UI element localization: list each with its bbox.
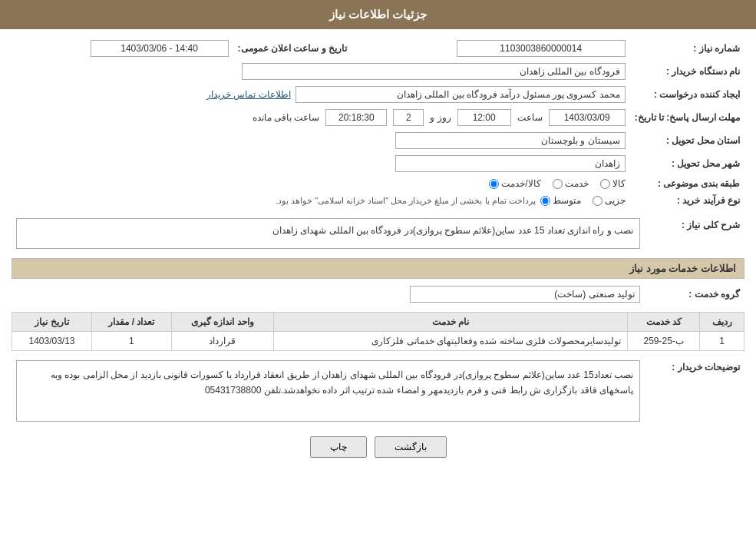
label-tarikh: تاریخ و ساعت اعلان عمومی: [233, 37, 362, 60]
label-sharhKoli: شرح کلی نیاز : [645, 215, 744, 252]
cell-name: تولیدسایرمحصولات فلزی ساخته شده وفعالیته… [274, 332, 628, 351]
th-tedad: تعداد / مقدار [92, 313, 172, 332]
th-vahed: واحد اندازه گیری [171, 313, 273, 332]
cell-code: ب-25-259 [628, 332, 700, 351]
th-radif: ردیف [700, 313, 744, 332]
label-shahr: شهر محل تحویل : [630, 152, 744, 175]
radio-kala-khadamat[interactable]: کالا/خدمت [489, 178, 540, 189]
label-groheKhadamat: گروه خدمت : [645, 283, 744, 306]
value-tabaghebandi: کالا خدمت کالا/خدمت [12, 175, 630, 192]
radio-motavasset[interactable]: متوسط [540, 195, 581, 206]
cell-radif: 1 [700, 332, 744, 351]
value-groheKhadamat: تولید صنعتی (ساخت) [12, 283, 645, 306]
label-ijadKonande: ایجاد کننده درخواست : [630, 83, 744, 106]
value-sharhKoli: نصب و راه اندازی تعداد 15 عدد ساین(علائم… [12, 215, 645, 252]
label-ostan: استان محل تحویل : [630, 129, 744, 152]
radio-jozee[interactable]: جزیی [593, 195, 626, 206]
services-table: ردیف کد خدمت نام خدمت واحد اندازه گیری ت… [12, 312, 744, 351]
cell-tarikh: 1403/03/13 [12, 332, 92, 351]
section-khadamat: اطلاعات خدمات مورد نیاز [12, 258, 744, 279]
label-tabaghebandi: طبقه بندی موضوعی : [630, 175, 744, 192]
page-header: جزئیات اطلاعات نیاز [0, 0, 756, 29]
value-shomareNiaz: 1103003860000014 [362, 37, 630, 60]
th-tarikh: تاریخ نیاز [12, 313, 92, 332]
cell-tedad: 1 [92, 332, 172, 351]
th-name: نام خدمت [274, 313, 628, 332]
button-row: بازگشت چاپ [12, 436, 744, 458]
label-noeFarayand: نوع فرآیند خرید : [630, 192, 744, 209]
contact-link[interactable]: اطلاعات تماس خریدار [206, 89, 291, 100]
value-ijadKonande: محمد کسروی پور مسئول درآمد فرودگاه بین ا… [12, 83, 630, 106]
value-tousehat: نصب تعداد15 عدد ساین(علائم سطوح پروازی)د… [12, 357, 645, 425]
value-ostan: سیستان و بلوچستان [12, 129, 630, 152]
label-shomareNiaz: شماره نیاز : [630, 37, 744, 60]
label-mohlat: مهلت ارسال پاسخ: تا تاریخ: [630, 106, 744, 129]
label-tousehat: توضیحات خریدار : [645, 357, 744, 425]
table-row: 1 ب-25-259 تولیدسایرمحصولات فلزی ساخته ش… [12, 332, 744, 351]
radio-kala[interactable]: کالا [600, 178, 626, 189]
label-namDastgah: نام دستگاه خریدار : [630, 60, 744, 83]
farayand-desc: پرداخت تمام یا بخشی از مبلغ خریداز محل "… [276, 196, 536, 206]
bazgasht-button[interactable]: بازگشت [375, 436, 447, 458]
value-namDastgah: فرودگاه بین المللی زاهدان [12, 60, 630, 83]
page-title: جزئیات اطلاعات نیاز [329, 8, 427, 21]
value-shahr: زاهدان [12, 152, 630, 175]
value-mohlat: 1403/03/09 ساعت 12:00 روز و 2 20:18:30 [12, 106, 630, 129]
value-tarikh: 1403/03/06 - 14:40 [12, 37, 233, 60]
radio-khadamat[interactable]: خدمت [553, 178, 589, 189]
th-code: کد خدمت [628, 313, 700, 332]
value-noeFarayand: جزیی متوسط پرداخت تمام یا بخشی از مبلغ خ… [12, 192, 630, 209]
cell-vahed: قرارداد [171, 332, 273, 351]
chap-button[interactable]: چاپ [310, 436, 367, 458]
